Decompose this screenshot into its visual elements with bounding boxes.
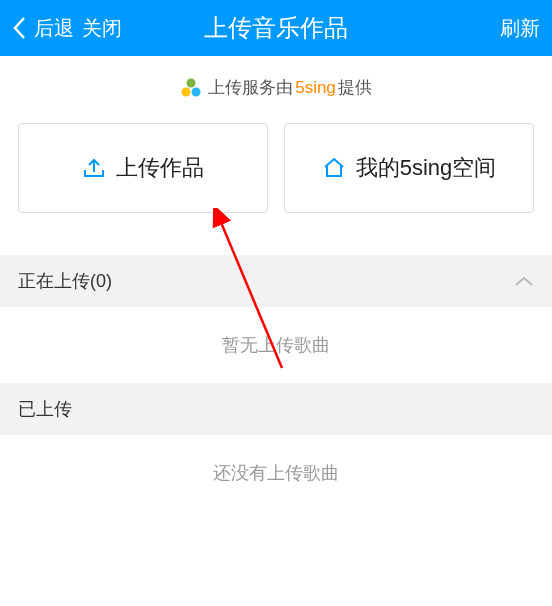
uploaded-section-header[interactable]: 已上传 [0, 383, 552, 435]
close-button[interactable]: 关闭 [82, 15, 122, 42]
service-brand: 5sing [295, 78, 336, 98]
action-buttons: 上传作品 我的5sing空间 [0, 123, 552, 213]
uploaded-label: 已上传 [18, 397, 72, 421]
home-icon [322, 156, 346, 180]
back-button[interactable]: 后退 [12, 15, 74, 42]
page-title: 上传音乐作品 [204, 12, 348, 44]
svg-point-2 [192, 87, 201, 96]
chevron-left-icon [12, 16, 26, 40]
chevron-up-icon [514, 275, 534, 287]
5sing-logo-icon [180, 77, 202, 99]
back-label: 后退 [34, 15, 74, 42]
svg-point-1 [182, 87, 191, 96]
uploading-empty: 暂无上传歌曲 [0, 307, 552, 383]
upload-label: 上传作品 [116, 153, 204, 183]
upload-icon [82, 156, 106, 180]
service-suffix: 提供 [338, 76, 372, 99]
service-prefix: 上传服务由 [208, 76, 293, 99]
uploading-label: 正在上传(0) [18, 269, 112, 293]
service-info: 上传服务由 5sing 提供 [0, 56, 552, 123]
uploaded-empty: 还没有上传歌曲 [0, 435, 552, 511]
refresh-button[interactable]: 刷新 [500, 15, 540, 42]
uploading-section-header[interactable]: 正在上传(0) [0, 255, 552, 307]
svg-point-0 [187, 78, 196, 87]
myspace-button[interactable]: 我的5sing空间 [284, 123, 534, 213]
header: 后退 关闭 上传音乐作品 刷新 [0, 0, 552, 56]
myspace-label: 我的5sing空间 [356, 153, 497, 183]
upload-button[interactable]: 上传作品 [18, 123, 268, 213]
